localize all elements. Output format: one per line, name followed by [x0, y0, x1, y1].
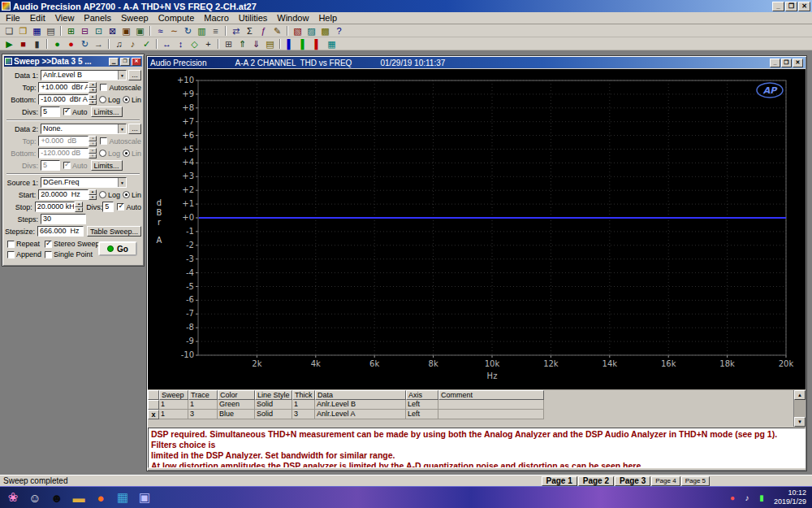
stereo-sweep-checkbox[interactable]: Stereo Sweep: [45, 240, 100, 248]
meter-blue-icon[interactable]: ▌: [283, 38, 297, 50]
sweep-pause-icon[interactable]: ▮: [30, 38, 44, 50]
append-checkbox[interactable]: Append: [7, 250, 41, 258]
page-button-1[interactable]: Page 1: [542, 476, 577, 486]
messenger-tray-icon[interactable]: ●: [727, 492, 738, 503]
stop-spinner[interactable]: [75, 202, 83, 212]
limits1-button[interactable]: Limits...: [91, 106, 123, 117]
sweep-stop-icon[interactable]: ■: [16, 38, 30, 50]
white-cat-icon[interactable]: ☺: [26, 488, 44, 506]
clipboard-icon[interactable]: ▤: [263, 38, 277, 50]
page3-view-icon[interactable]: ▩: [318, 25, 332, 37]
data2-browse-button[interactable]: ...: [128, 124, 141, 134]
digital-analyzer-panel-icon[interactable]: ⊠: [106, 25, 119, 37]
auto3-checkbox[interactable]: Auto: [117, 203, 141, 211]
digital-io-panel-icon[interactable]: ▣: [119, 25, 133, 37]
graph-titlebar[interactable]: Audio Precision A-A 2 CHANNEL THD vs FRE…: [148, 57, 806, 68]
maximize-button[interactable]: ❐: [785, 2, 797, 11]
sweep-panel-close-button[interactable]: ✕: [132, 58, 141, 66]
menu-item-edit[interactable]: Edit: [25, 12, 50, 24]
close-button[interactable]: ✕: [798, 2, 810, 11]
trace-table-header-cell[interactable]: Trace: [188, 390, 218, 400]
scroll-up-icon[interactable]: [794, 390, 806, 400]
edit-macro-icon[interactable]: ✎: [270, 25, 284, 37]
stop-field[interactable]: 20.0000 kHz: [35, 202, 76, 212]
trace-row-selector[interactable]: x: [148, 410, 159, 419]
scroll-down-icon[interactable]: [794, 417, 806, 427]
sweep-panel-minimize-button[interactable]: ▁: [109, 58, 119, 66]
divs3-input[interactable]: 5: [102, 202, 114, 212]
sync-panel-icon[interactable]: ⇄: [229, 25, 243, 37]
bottom1-spinner[interactable]: [89, 94, 97, 105]
bargraph-panel-icon[interactable]: ▥: [195, 25, 209, 37]
help-icon[interactable]: ?: [332, 25, 346, 37]
page1-view-icon[interactable]: ▧: [291, 25, 304, 37]
go-button[interactable]: Go: [98, 241, 137, 256]
graph-close-button[interactable]: ✕: [793, 59, 803, 67]
log3-radio[interactable]: Log: [99, 191, 120, 199]
folder-icon[interactable]: ▬: [70, 488, 88, 506]
trace-table-header-cell[interactable]: Line Style: [255, 390, 292, 400]
trace-table-header-cell[interactable]: Data: [315, 390, 406, 400]
menu-item-sweep[interactable]: Sweep: [116, 12, 153, 24]
data1-browse-button[interactable]: ...: [128, 70, 141, 80]
firefox-icon[interactable]: ●: [92, 488, 110, 506]
graph-maximize-button[interactable]: ❐: [781, 59, 792, 67]
main-titlebar[interactable]: Audio Precision AP2700 - A-A THD+N VS FR…: [0, 0, 812, 12]
steps-input[interactable]: 30: [41, 214, 86, 224]
source1-dropdown-icon[interactable]: [118, 178, 126, 187]
settings-icon[interactable]: ▦: [325, 38, 339, 50]
menu-item-panels[interactable]: Panels: [79, 12, 116, 24]
sweep-start-icon[interactable]: ▶: [2, 38, 16, 50]
data1-dropdown-icon[interactable]: [118, 71, 126, 80]
menu-item-window[interactable]: Window: [272, 12, 313, 24]
meter-green-icon[interactable]: ▌: [297, 38, 311, 50]
top1-spinner[interactable]: [89, 82, 97, 93]
graph-cursor-icon[interactable]: +: [201, 38, 215, 50]
go-toolbar-icon[interactable]: ●: [50, 38, 64, 50]
menu-item-compute[interactable]: Compute: [153, 12, 200, 24]
lin1-radio[interactable]: Lin: [123, 96, 141, 104]
trace-table-header-cell[interactable]: Thick: [292, 390, 315, 400]
analog-analyzer-panel-icon[interactable]: ⊟: [78, 25, 92, 37]
zoom-y-icon[interactable]: ↕: [174, 38, 188, 50]
save-test-icon[interactable]: ▦: [30, 25, 44, 37]
autoscale-graph-icon[interactable]: ◇: [188, 38, 201, 50]
menu-item-help[interactable]: Help: [313, 12, 342, 24]
data1-combobox[interactable]: Anlr.Level B: [41, 70, 127, 80]
divs1-input[interactable]: 5: [41, 106, 60, 117]
digital-generator-panel-icon[interactable]: ⊡: [92, 25, 106, 37]
taskbar-clock[interactable]: 10:12 2019/1/29: [774, 488, 808, 506]
bottom1-field[interactable]: -10.000 dBr A: [38, 94, 89, 105]
settling-panel-icon[interactable]: ∼: [167, 25, 181, 37]
volume-tray-icon[interactable]: ♪: [741, 492, 753, 503]
trace-table-header-cell[interactable]: [148, 390, 159, 400]
autoscale1-checkbox[interactable]: Autoscale: [100, 84, 141, 92]
trace-table-row[interactable]: 11GreenSolid1Anlr.Level BLeft: [148, 400, 806, 410]
monitor-audio-icon[interactable]: ♫: [112, 38, 126, 50]
network-tray-icon[interactable]: ▮: [756, 492, 767, 503]
trace-table-header-cell[interactable]: Comment: [438, 390, 544, 400]
settled-reading-icon[interactable]: ✓: [140, 38, 153, 50]
repeat-run-icon[interactable]: ↻: [78, 38, 92, 50]
sweep-panel-titlebar[interactable]: Sweep >>Data 3 5 ... ▁ ❐ ✕: [4, 56, 142, 67]
print-icon[interactable]: ▤: [44, 25, 58, 37]
single-step-icon[interactable]: →: [92, 38, 106, 50]
table-sweep-button[interactable]: Table Sweep...: [87, 226, 141, 237]
media-app-icon[interactable]: ▣: [136, 488, 153, 506]
painting-icon[interactable]: ▦: [114, 488, 132, 506]
macro-panel-icon[interactable]: ƒ: [257, 25, 270, 37]
trace-table-scrollbar[interactable]: [793, 390, 806, 427]
menu-item-file[interactable]: File: [1, 12, 25, 24]
menu-item-view[interactable]: View: [50, 12, 80, 24]
export-data-icon[interactable]: ⇑: [235, 38, 249, 50]
start-field[interactable]: 20.0000 Hz: [38, 189, 89, 200]
regulation-panel-icon[interactable]: ↻: [181, 25, 195, 37]
compute-panel-icon[interactable]: Σ: [243, 25, 257, 37]
start-spinner[interactable]: [89, 189, 97, 200]
trace-table-header-cell[interactable]: Sweep: [159, 390, 188, 400]
menu-item-macro[interactable]: Macro: [199, 12, 234, 24]
dcx-panel-icon[interactable]: ▣: [133, 25, 147, 37]
log1-radio[interactable]: Log: [99, 96, 120, 104]
analog-generator-panel-icon[interactable]: ⊞: [64, 25, 78, 37]
single-point-checkbox[interactable]: Single Point: [45, 250, 100, 258]
